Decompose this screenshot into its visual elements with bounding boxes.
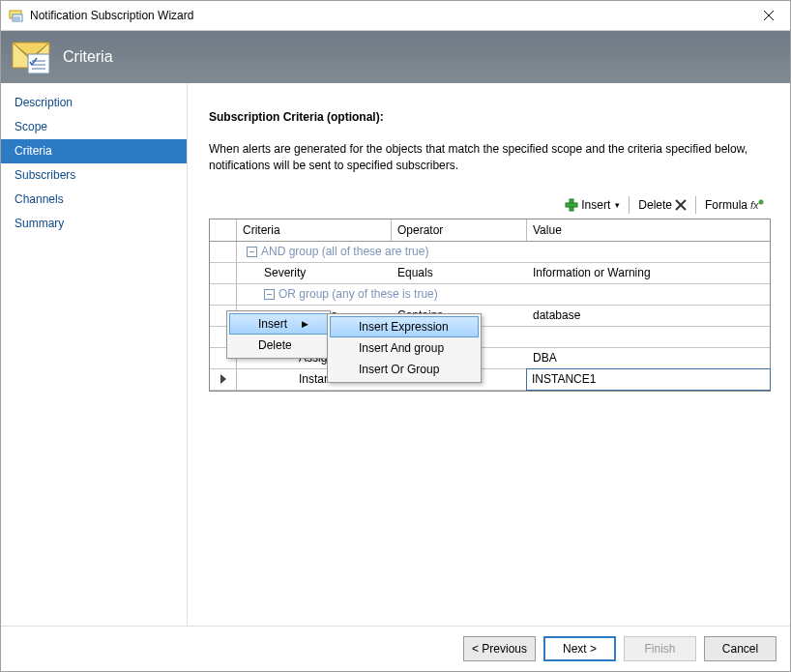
ctx-insert-expression[interactable]: Insert Expression — [330, 316, 479, 337]
group-row[interactable]: AND group (all of these are true) — [210, 242, 770, 263]
criteria-grid: Criteria Operator Value AND group (all o… — [209, 219, 771, 392]
toolbar: Insert ▾ Delete Formula fx — [209, 193, 771, 217]
plus-icon — [565, 198, 578, 212]
ctx-insert[interactable]: Insert ▶ Insert Expression Insert And gr… — [229, 313, 328, 335]
grid-header: Criteria Operator Value — [210, 219, 770, 242]
group-label: OR group (any of these is true) — [237, 284, 770, 305]
formula-button[interactable]: Formula fx — [698, 193, 771, 217]
value-cell: database — [527, 306, 770, 326]
insert-button[interactable]: Insert ▾ — [558, 193, 627, 217]
delete-label: Delete — [638, 198, 672, 212]
ctx-delete-label: Delete — [237, 338, 308, 352]
close-icon — [764, 11, 774, 20]
sidebar-item-summary[interactable]: Summary — [1, 212, 187, 236]
section-title: Subscription Criteria (optional): — [209, 110, 771, 124]
context-submenu: Insert Expression Insert And group Inser… — [327, 313, 482, 383]
sidebar-item-criteria[interactable]: Criteria — [1, 139, 187, 163]
col-criteria[interactable]: Criteria — [237, 219, 392, 241]
delete-button[interactable]: Delete — [631, 193, 693, 217]
banner-title: Criteria — [63, 48, 113, 66]
body: Description Scope Criteria Subscribers C… — [1, 83, 790, 626]
svg-point-17 — [759, 199, 764, 204]
operator-cell: Equals — [392, 263, 527, 283]
dropdown-arrow-icon: ▾ — [615, 200, 620, 210]
main: Subscription Criteria (optional): When a… — [188, 83, 790, 626]
previous-button[interactable]: < Previous — [463, 636, 536, 661]
col-operator[interactable]: Operator — [392, 219, 527, 241]
separator — [629, 196, 630, 214]
ctx-delete[interactable]: Delete — [229, 335, 328, 356]
submenu-arrow-icon: ▶ — [302, 319, 308, 329]
cancel-button[interactable]: Cancel — [704, 636, 776, 661]
formula-icon: fx — [750, 198, 764, 212]
formula-label: Formula — [705, 198, 747, 212]
sidebar-item-description[interactable]: Description — [1, 91, 187, 115]
sidebar-item-channels[interactable]: Channels — [1, 188, 187, 212]
rule-row[interactable]: Severity Equals Information or Warning — [210, 263, 770, 284]
delete-icon — [675, 199, 687, 211]
finish-button: Finish — [624, 636, 696, 661]
row-marker — [210, 369, 237, 390]
app-icon — [9, 8, 24, 23]
svg-text:fx: fx — [750, 199, 759, 211]
group-row[interactable]: OR group (any of these is true) — [210, 284, 770, 306]
banner: Criteria — [1, 31, 790, 83]
value-cell-editing[interactable]: INSTANCE1 — [526, 368, 771, 391]
value-cell: Information or Warning — [527, 263, 770, 283]
window-title: Notification Subscription Wizard — [30, 9, 755, 22]
sidebar-item-subscribers[interactable]: Subscribers — [1, 163, 187, 188]
row-marker — [210, 284, 237, 305]
next-button[interactable]: Next > — [543, 636, 616, 661]
col-marker — [210, 219, 237, 241]
ctx-insert-or-group[interactable]: Insert Or Group — [330, 359, 479, 380]
banner-icon — [11, 39, 53, 75]
sidebar: Description Scope Criteria Subscribers C… — [1, 83, 188, 626]
section-desc: When alerts are generated for the object… — [209, 141, 771, 174]
collapse-icon[interactable] — [264, 289, 275, 300]
titlebar: Notification Subscription Wizard — [1, 1, 790, 31]
svg-rect-13 — [566, 203, 577, 207]
value-cell: DBA — [527, 348, 770, 368]
separator — [695, 196, 696, 214]
row-marker — [210, 263, 237, 283]
rule-row-current[interactable]: Instance name Contains INSTANCE1 — [210, 369, 770, 391]
collapse-icon[interactable] — [247, 247, 257, 257]
close-button[interactable] — [755, 6, 782, 25]
ctx-insert-label: Insert — [237, 317, 302, 331]
sidebar-item-scope[interactable]: Scope — [1, 115, 187, 139]
group-label: AND group (all of these are true) — [237, 242, 770, 262]
window: Notification Subscription Wizard Criteri… — [0, 0, 791, 672]
col-value[interactable]: Value — [527, 219, 770, 241]
insert-label: Insert — [581, 198, 610, 212]
footer: < Previous Next > Finish Cancel — [1, 626, 790, 671]
context-menu: Insert ▶ Insert Expression Insert And gr… — [226, 310, 331, 359]
current-row-icon — [220, 374, 226, 384]
row-marker — [210, 242, 237, 262]
ctx-insert-and-group[interactable]: Insert And group — [330, 337, 479, 359]
criteria-cell: Severity — [237, 263, 392, 283]
